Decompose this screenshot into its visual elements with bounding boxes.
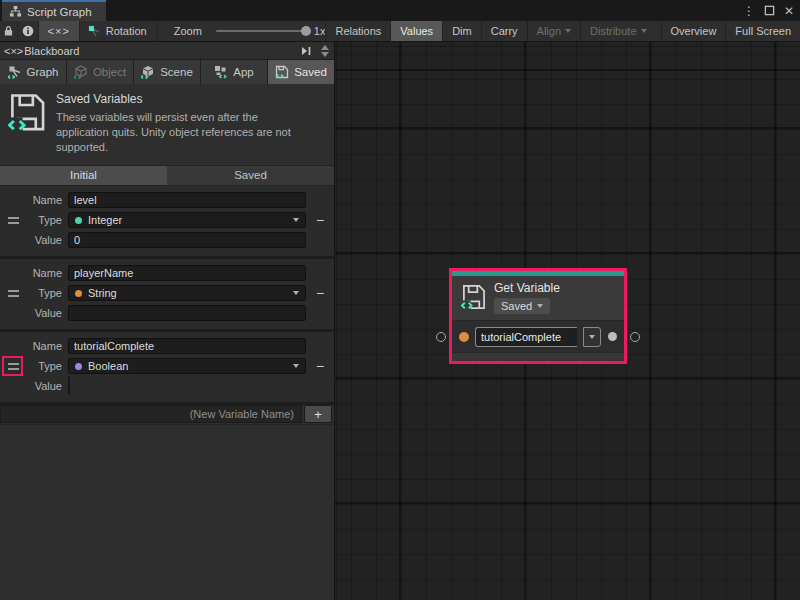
remove-variable-button[interactable]: − [316,213,324,227]
tab-app[interactable]: App [201,60,267,84]
distribute-dropdown[interactable]: Distribute [580,21,655,41]
variable-scope-dropdown[interactable]: Saved [494,298,550,314]
blackboard-panel: <×> Blackboard Graph [0,42,335,600]
type-label: Type [26,287,62,299]
new-variable-name-input[interactable] [0,405,302,423]
type-dropdown[interactable]: String [68,285,306,301]
info-line: supported. [56,140,291,155]
zoom-label: Zoom [174,25,202,37]
variable-name-dropdown-button[interactable] [583,327,601,347]
carry-button[interactable]: Carry [481,21,527,41]
new-variable-row: + [0,405,334,425]
row-gutter [0,217,26,224]
name-label: Name [26,267,62,279]
variable-value-row: Value [0,304,334,323]
rotation-button[interactable]: Rotation [80,21,158,41]
type-label: Type [26,214,62,226]
tab-scene-label: Scene [160,66,193,78]
add-variable-button[interactable]: + [304,405,332,423]
scroll-down-icon[interactable] [321,52,329,57]
type-dropdown[interactable]: Integer [68,212,306,228]
overview-button[interactable]: Overview [661,21,726,41]
variable-name-field[interactable] [475,327,577,347]
type-value: String [88,287,287,299]
value-output-port[interactable] [608,332,617,341]
blackboard-header-controls [297,44,331,58]
subtab-initial[interactable]: Initial [0,166,167,185]
variable-name-input[interactable] [68,265,306,281]
dim-button[interactable]: Dim [442,21,481,41]
maximize-icon[interactable] [764,5,775,16]
scroll-up-icon[interactable] [321,45,329,50]
variable-name-row: Name [0,337,334,356]
tab-object-label: Object [93,66,126,78]
blackboard-header: <×> Blackboard [0,42,334,60]
drag-handle-icon[interactable] [8,290,19,297]
chevron-down-icon [293,218,299,222]
values-button[interactable]: Values [390,21,442,41]
chevron-down-icon [537,304,543,308]
tab-graph[interactable]: Graph [0,60,66,84]
variable-value-input[interactable] [68,232,306,248]
boolean-value-checkbox[interactable] [68,376,70,395]
variable-value-input[interactable] [68,305,306,321]
tab-scene[interactable]: Scene [134,60,200,84]
variable-name-input[interactable] [68,192,306,208]
dock-panel-button[interactable] [297,44,315,58]
string-input-port[interactable] [459,332,469,342]
variable-type-row: Type Integer − [0,211,334,230]
node-title: Get Variable [494,281,560,295]
variable-group-tutorialComplete: Name Type Boolean [0,332,334,405]
blackboard-title: Blackboard [24,45,79,57]
name-label: Name [26,194,62,206]
variable-scope-tabs: Graph Object Scene App Saved [0,60,334,84]
graph-toolbar: <×> Rotation Zoom 1x Relations Values Di… [0,21,800,42]
rotation-label: Rotation [106,25,147,37]
drag-handle-icon[interactable] [8,217,19,224]
type-value: Integer [88,214,287,226]
row-gutter [0,363,26,370]
remove-variable-button[interactable]: − [316,359,324,373]
graph-canvas[interactable]: Get Variable Saved [335,42,800,600]
info-button[interactable] [18,21,39,41]
highlight-box-drag-handle [2,356,23,376]
close-icon[interactable]: ✕ [784,5,794,17]
type-dropdown[interactable]: Boolean [68,358,306,374]
tab-object[interactable]: Object [67,60,133,84]
graph-icon [8,65,22,79]
variables-toggle-button[interactable]: <×> [39,21,80,41]
tab-label: Script Graph [27,6,92,18]
type-value: Boolean [88,360,287,372]
zoom-slider-knob[interactable] [301,26,311,36]
full-screen-button[interactable]: Full Screen [725,21,800,41]
value-label: Value [26,380,62,392]
value-label: Value [26,307,62,319]
chevron-down-icon [565,29,571,33]
title-bar: Script Graph ⋮ ✕ [0,0,800,21]
subtab-saved[interactable]: Saved [167,166,334,185]
variable-name-input[interactable] [68,338,306,354]
node-right-connection-port[interactable] [630,332,640,342]
get-variable-node[interactable]: Get Variable Saved [449,268,627,364]
variable-name-row: Name [0,264,334,283]
tab-saved[interactable]: Saved [268,60,334,84]
variable-type-row: Type String − [0,284,334,303]
row-right-slot: − [306,213,334,227]
content-area: <×> Blackboard Graph [0,42,800,600]
remove-variable-button[interactable]: − [316,286,324,300]
node-body [452,320,624,352]
variable-value-row: Value [0,377,334,396]
variable-type-row: Type Boolean − [0,357,334,376]
tab-script-graph[interactable]: Script Graph [2,0,106,21]
kebab-menu-icon[interactable]: ⋮ [743,5,755,17]
scope-label: Saved [501,300,532,312]
node-footer [452,352,624,361]
relations-button[interactable]: Relations [325,21,390,41]
zoom-slider[interactable] [216,30,306,32]
lock-button[interactable] [0,21,18,41]
scene-cube-icon [141,65,155,79]
info-icon [22,25,34,37]
align-dropdown[interactable]: Align [527,21,580,41]
node-left-connection-port[interactable] [436,332,446,342]
chevron-down-icon [293,291,299,295]
